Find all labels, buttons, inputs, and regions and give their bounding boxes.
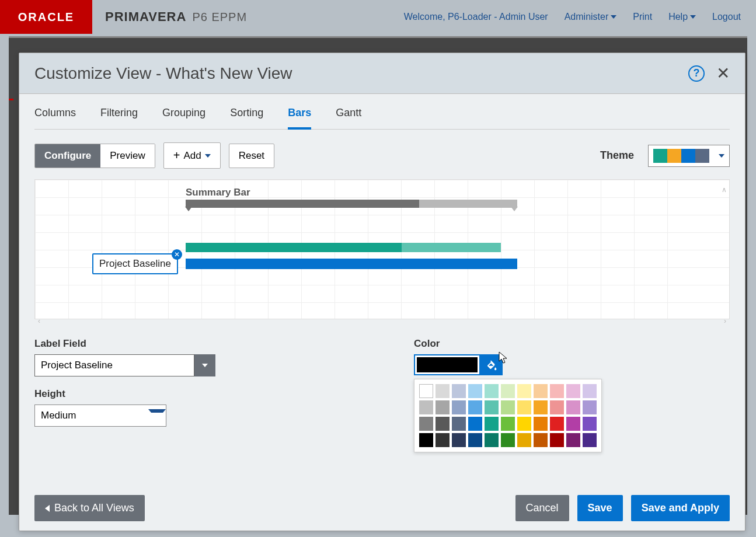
color-swatch[interactable]: [583, 384, 597, 398]
tab-filtering[interactable]: Filtering: [100, 107, 138, 129]
color-swatch[interactable]: [550, 400, 564, 414]
form-row: Label Field Project Baseline Height Medi…: [34, 338, 730, 452]
color-swatch[interactable]: [566, 384, 580, 398]
tab-gantt[interactable]: Gantt: [336, 107, 361, 129]
color-swatch[interactable]: [517, 417, 531, 431]
color-swatch[interactable]: [485, 417, 499, 431]
color-swatch[interactable]: [517, 400, 531, 414]
color-picker-button[interactable]: [480, 354, 503, 375]
horizontal-scroll-track[interactable]: ‹ ›: [34, 319, 730, 325]
brand-sub: P6 EPPM: [192, 11, 247, 24]
color-swatch[interactable]: [452, 384, 466, 398]
customize-view-modal: Customize View - What's New View ? ✕ Col…: [19, 53, 745, 531]
close-icon[interactable]: ✕: [716, 64, 730, 83]
color-swatch[interactable]: [566, 433, 580, 447]
color-swatch[interactable]: [501, 417, 515, 431]
caret-down-icon: [148, 409, 166, 422]
reset-button[interactable]: Reset: [229, 144, 274, 168]
color-swatch[interactable]: [452, 400, 466, 414]
color-swatch[interactable]: [485, 384, 499, 398]
color-swatch[interactable]: [583, 433, 597, 447]
color-current-wrap: [414, 354, 602, 375]
color-swatch[interactable]: [419, 384, 433, 398]
color-swatch[interactable]: [566, 417, 580, 431]
color-swatch[interactable]: [501, 384, 515, 398]
print-link[interactable]: Print: [633, 12, 652, 22]
label-field-select[interactable]: Project Baseline: [34, 354, 215, 376]
color-swatch[interactable]: [550, 417, 564, 431]
color-swatch[interactable]: [468, 384, 482, 398]
theme-swatch-3: [681, 149, 695, 163]
chip-close-icon[interactable]: ✕: [172, 249, 182, 260]
color-swatch[interactable]: [419, 400, 433, 414]
tab-columns[interactable]: Columns: [34, 107, 76, 129]
tab-bars[interactable]: Bars: [288, 107, 311, 130]
color-swatch[interactable]: [566, 400, 580, 414]
caret-down-icon: [611, 15, 616, 19]
color-swatch[interactable]: [583, 400, 597, 414]
color-swatch[interactable]: [517, 433, 531, 447]
color-swatch[interactable]: [436, 433, 450, 447]
add-label: Add: [183, 150, 201, 162]
color-swatch[interactable]: [534, 384, 548, 398]
color-swatch[interactable]: [501, 400, 515, 414]
height-select[interactable]: Medium: [34, 405, 166, 427]
color-swatch[interactable]: [436, 417, 450, 431]
modal-title: Customize View - What's New View: [34, 64, 688, 83]
gantt-preview: Summary Bar Project Baseline ✕ ∧: [34, 179, 730, 319]
color-swatch[interactable]: [468, 400, 482, 414]
color-swatch[interactable]: [517, 384, 531, 398]
height-dropdown-button[interactable]: [148, 405, 166, 426]
height-value: Medium: [35, 405, 148, 426]
configure-button[interactable]: Configure: [35, 144, 100, 168]
color-swatch[interactable]: [485, 433, 499, 447]
accent-bar: [9, 99, 13, 100]
preview-button[interactable]: Preview: [100, 144, 154, 168]
summary-bar[interactable]: [186, 200, 517, 208]
cancel-button[interactable]: Cancel: [515, 495, 569, 521]
color-swatch[interactable]: [501, 433, 515, 447]
color-swatch[interactable]: [534, 417, 548, 431]
color-swatch[interactable]: [550, 433, 564, 447]
color-label: Color: [414, 338, 602, 350]
summary-bar-label: Summary Bar: [186, 187, 250, 198]
scroll-left-icon[interactable]: ‹: [38, 317, 40, 325]
color-swatch[interactable]: [419, 433, 433, 447]
tab-grouping[interactable]: Grouping: [162, 107, 205, 129]
back-to-views-button[interactable]: Back to All Views: [34, 495, 145, 521]
baseline-bar[interactable]: [186, 259, 517, 269]
color-swatch[interactable]: [436, 384, 450, 398]
administer-link[interactable]: Administer: [565, 12, 617, 22]
color-current-display: [414, 354, 480, 375]
scroll-right-icon[interactable]: ›: [724, 317, 726, 325]
scroll-up-icon[interactable]: ∧: [722, 186, 727, 194]
add-button[interactable]: + Add: [163, 142, 221, 169]
theme-selector[interactable]: [648, 145, 730, 167]
color-swatch[interactable]: [436, 400, 450, 414]
color-swatch[interactable]: [485, 400, 499, 414]
help-link[interactable]: Help: [668, 12, 696, 22]
color-swatch[interactable]: [583, 417, 597, 431]
color-field-group: Color: [414, 338, 602, 452]
activity-bar[interactable]: [186, 243, 501, 252]
administer-label: Administer: [565, 12, 609, 22]
color-swatch[interactable]: [419, 417, 433, 431]
color-swatch[interactable]: [468, 417, 482, 431]
color-swatch[interactable]: [534, 433, 548, 447]
save-button[interactable]: Save: [577, 495, 623, 521]
tab-sorting[interactable]: Sorting: [230, 107, 263, 129]
caret-down-icon: [719, 154, 724, 158]
bar-label-chip[interactable]: Project Baseline ✕: [92, 253, 178, 274]
color-swatch[interactable]: [550, 384, 564, 398]
modal-body: Columns Filtering Grouping Sorting Bars …: [19, 94, 745, 465]
color-swatch[interactable]: [452, 417, 466, 431]
color-swatch[interactable]: [468, 433, 482, 447]
label-field-dropdown-button[interactable]: [194, 354, 215, 376]
help-icon[interactable]: ?: [688, 65, 705, 82]
color-swatch[interactable]: [452, 433, 466, 447]
color-palette: [414, 379, 602, 452]
save-and-apply-button[interactable]: Save and Apply: [631, 495, 730, 521]
logout-link[interactable]: Logout: [712, 12, 741, 22]
color-swatch[interactable]: [534, 400, 548, 414]
chip-text: Project Baseline: [99, 258, 171, 269]
